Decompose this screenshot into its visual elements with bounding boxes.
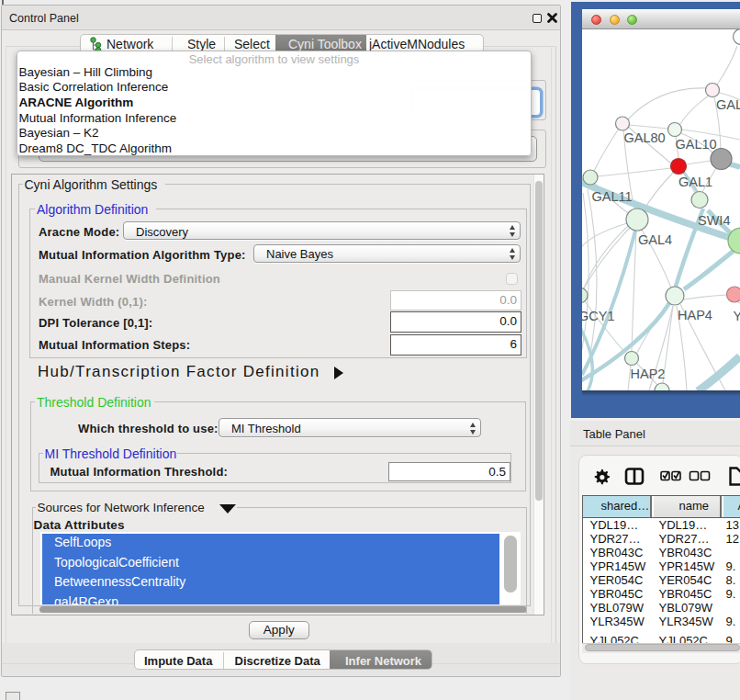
svg-text:GAL10: GAL10 — [676, 137, 717, 152]
svg-text:Y: Y — [734, 309, 740, 323]
svg-text:GCY1: GCY1 — [582, 309, 615, 323]
svg-text:GAL1: GAL1 — [678, 175, 712, 189]
svg-text:GAL11: GAL11 — [592, 189, 633, 204]
svg-text:GAL80: GAL80 — [624, 130, 666, 145]
svg-text:HAP4: HAP4 — [678, 308, 712, 322]
svg-text:GAL7: GAL7 — [716, 97, 740, 112]
svg-text:GAL4: GAL4 — [638, 232, 672, 247]
svg-text:SWI4: SWI4 — [698, 213, 730, 228]
svg-text:HAP2: HAP2 — [631, 367, 666, 381]
